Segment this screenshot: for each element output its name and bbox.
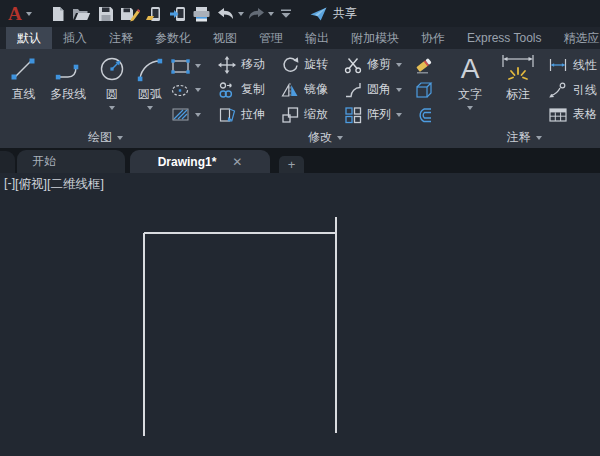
save-to-mobile-button[interactable]: [166, 2, 190, 26]
leader-label: 引线: [573, 82, 597, 99]
hatch-icon: [170, 106, 191, 123]
save-floppy-icon: [98, 6, 114, 22]
mirror-tool-button[interactable]: 镜像: [281, 81, 344, 99]
copy-tool-button[interactable]: 复制: [218, 81, 281, 99]
circle-tool-label: 圆: [106, 86, 118, 103]
offset-tool-button[interactable]: [414, 106, 440, 124]
ellipse-dropdown-icon[interactable]: [195, 88, 201, 92]
ribbon-tab-annotate[interactable]: 注释: [98, 27, 144, 49]
annotate-side-column: 线性 引线 表格: [548, 52, 600, 127]
array-tool-label: 阵列: [367, 106, 391, 123]
rectangle-tool-button[interactable]: [170, 54, 209, 78]
annotate-panel-footer[interactable]: 注释: [440, 127, 600, 148]
draw-side-column: [170, 52, 209, 127]
leader-button[interactable]: 引线: [548, 78, 600, 103]
fillet-icon: [344, 81, 362, 99]
app-menu-chevron-icon[interactable]: [26, 12, 32, 16]
line-tool-label: 直线: [11, 86, 35, 103]
draw-panel-footer[interactable]: 绘图: [0, 127, 211, 148]
arc-tool-label: 圆弧: [138, 86, 162, 103]
stretch-tool-button[interactable]: 拉伸: [218, 106, 281, 124]
hatch-tool-button[interactable]: [170, 103, 209, 127]
trim-dropdown-icon[interactable]: [396, 63, 402, 67]
plot-button[interactable]: [190, 2, 214, 26]
save-as-icon: [120, 6, 140, 22]
ribbon: 直线 多段线 圆 圆弧: [0, 49, 600, 148]
modify-panel-tools: 移动 旋转 修剪 复: [211, 49, 440, 127]
rotate-tool-button[interactable]: 旋转: [281, 56, 344, 74]
trim-tool-button[interactable]: 修剪: [344, 56, 414, 74]
hatch-dropdown-icon[interactable]: [195, 113, 201, 117]
ribbon-tab-manage[interactable]: 管理: [248, 27, 294, 49]
table-button[interactable]: 表格: [548, 102, 600, 127]
circle-dropdown-icon[interactable]: [109, 106, 115, 110]
erase-icon: [414, 56, 434, 74]
file-tab-start[interactable]: 开始: [17, 150, 125, 173]
arc-tool-button[interactable]: 圆弧: [129, 52, 170, 127]
undo-button[interactable]: [214, 2, 238, 26]
ribbon-tab-featured-apps[interactable]: 精选应用: [552, 27, 600, 49]
save-to-mobile-icon: [169, 6, 186, 22]
ribbon-tab-express-tools[interactable]: Express Tools: [456, 27, 552, 49]
autocad-logo-icon[interactable]: A: [8, 4, 22, 23]
array-dropdown-icon[interactable]: [396, 113, 402, 117]
open-from-mobile-button[interactable]: [142, 2, 166, 26]
ellipse-tool-button[interactable]: [170, 78, 209, 102]
annotate-panel-expand-icon[interactable]: [536, 136, 542, 140]
dimension-tool-label: 标注: [506, 86, 530, 103]
annotate-panel: A 文字 标注 线性 引线: [440, 49, 600, 148]
ribbon-tab-home[interactable]: 默认: [6, 27, 52, 49]
text-tool-button[interactable]: A 文字: [448, 52, 492, 127]
explode-tool-button[interactable]: [414, 81, 440, 99]
circle-tool-button[interactable]: 圆: [94, 52, 129, 127]
save-as-button[interactable]: [118, 2, 142, 26]
ribbon-tab-addins[interactable]: 附加模块: [340, 27, 410, 49]
printer-icon: [192, 6, 211, 22]
trim-scissors-icon: [344, 56, 362, 74]
new-file-button[interactable]: [46, 2, 70, 26]
undo-arrow-icon: [217, 7, 235, 21]
polyline-tool-button[interactable]: 多段线: [42, 52, 94, 127]
erase-tool-button[interactable]: [414, 56, 440, 74]
model-space-canvas[interactable]: [-] [俯视] [二维线框]: [0, 173, 600, 456]
dimension-tool-button[interactable]: 标注: [492, 52, 544, 127]
close-tab-icon[interactable]: ✕: [232, 155, 242, 169]
file-tab-drawing1[interactable]: Drawing1* ✕: [130, 150, 270, 173]
ribbon-tab-insert[interactable]: 插入: [52, 27, 98, 49]
fillet-tool-button[interactable]: 圆角: [344, 81, 414, 99]
text-dropdown-icon[interactable]: [467, 106, 473, 110]
share-button[interactable]: 共享: [310, 5, 357, 22]
customize-toolbar-button[interactable]: [274, 2, 298, 26]
redo-button[interactable]: [244, 2, 268, 26]
new-drawing-tab-button[interactable]: +: [279, 156, 304, 173]
circle-icon: [97, 52, 127, 86]
modify-panel: 移动 旋转 修剪 复: [211, 49, 440, 148]
fillet-dropdown-icon[interactable]: [396, 88, 402, 92]
linear-dimension-button[interactable]: 线性: [548, 53, 600, 78]
redo-arrow-icon: [247, 7, 265, 21]
offset-icon: [414, 106, 434, 124]
ribbon-tab-view[interactable]: 视图: [202, 27, 248, 49]
trim-tool-label: 修剪: [367, 56, 391, 73]
draw-panel-title: 绘图: [88, 129, 112, 146]
line-tool-button[interactable]: 直线: [5, 52, 42, 127]
move-tool-button[interactable]: 移动: [218, 56, 281, 74]
modify-panel-expand-icon[interactable]: [337, 136, 343, 140]
scale-icon: [281, 106, 299, 124]
save-button[interactable]: [94, 2, 118, 26]
open-file-button[interactable]: [70, 2, 94, 26]
file-tab-stub: [0, 151, 15, 173]
ribbon-tab-output[interactable]: 输出: [294, 27, 340, 49]
scale-tool-button[interactable]: 缩放: [281, 106, 344, 124]
draw-panel-expand-icon[interactable]: [117, 136, 123, 140]
autocad-window: A: [0, 0, 600, 456]
leader-icon: [548, 82, 568, 98]
ribbon-tab-collaborate[interactable]: 协作: [410, 27, 456, 49]
arc-dropdown-icon[interactable]: [147, 106, 153, 110]
ribbon-tab-parametric[interactable]: 参数化: [144, 27, 202, 49]
modify-panel-footer[interactable]: 修改: [211, 127, 440, 148]
mirror-tool-label: 镜像: [304, 81, 328, 98]
array-tool-button[interactable]: 阵列: [344, 106, 414, 124]
explode-cube-icon: [414, 81, 434, 99]
rectangle-dropdown-icon[interactable]: [195, 64, 201, 68]
